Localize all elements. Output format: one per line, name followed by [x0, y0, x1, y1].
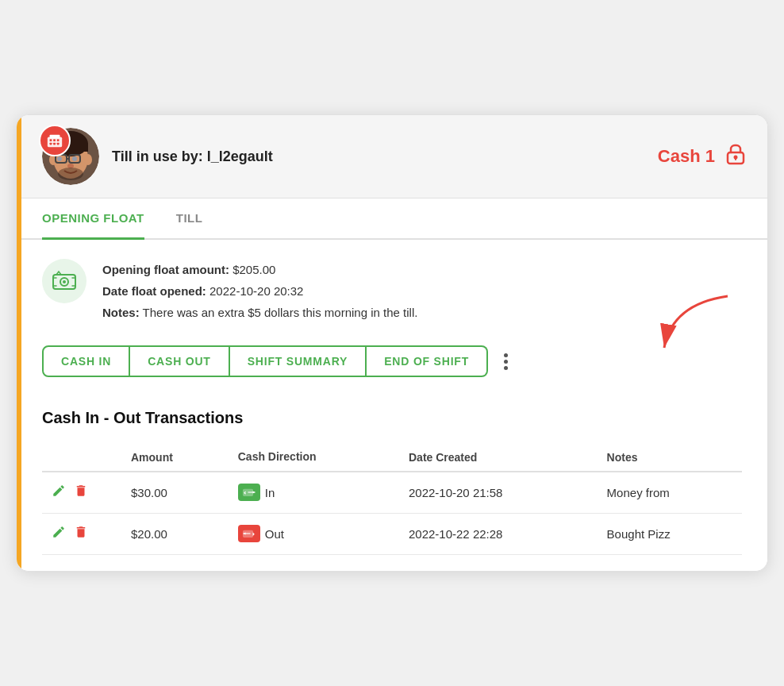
cash-icon — [52, 268, 77, 294]
svg-point-5 — [84, 154, 92, 165]
col-date-header: Date Created — [399, 443, 598, 471]
col-amount-header: Amount — [121, 443, 229, 471]
row1-action-buttons — [52, 484, 112, 502]
row1-direction: In — [229, 472, 399, 514]
row2-amount: $20.00 — [121, 513, 229, 554]
opening-float-label: Opening float amount: — [102, 263, 229, 276]
opening-float-line: Opening float amount: $205.00 — [102, 259, 742, 280]
tab-opening-float[interactable]: OPENING FLOAT — [42, 198, 144, 240]
cash-out-button[interactable]: CASH OUT — [130, 345, 230, 377]
row1-date: 2022-10-20 21:58 — [399, 472, 598, 514]
svg-rect-13 — [48, 137, 62, 148]
end-of-shift-button[interactable]: END OF SHIFT — [367, 345, 488, 377]
date-value: 2022-10-20 20:32 — [209, 284, 303, 298]
notes-value: There was an extra $5 dollars this morni… — [143, 306, 418, 319]
svg-rect-15 — [50, 140, 52, 142]
main-card: Till in use by: l_l2egault Cash 1 OPENIN… — [16, 114, 768, 571]
avatar-wrapper — [42, 128, 99, 185]
svg-rect-23 — [735, 157, 736, 160]
float-info-section: Opening float amount: $205.00 Date float… — [17, 240, 767, 336]
more-dot-2 — [504, 360, 508, 364]
col-actions-header — [42, 443, 121, 471]
lock-icon[interactable] — [723, 141, 748, 172]
row1-amount: $30.00 — [121, 472, 229, 514]
till-user-label: Till in use by: l_l2egault — [112, 148, 273, 165]
notes-line: Notes: There was an extra $5 dollars thi… — [102, 302, 742, 323]
transactions-section: Cash In - Out Transactions Amount Cash D… — [17, 393, 767, 570]
cash-register-label: Cash 1 — [658, 146, 715, 167]
opening-float-value: $205.00 — [233, 263, 275, 276]
row2-delete-button[interactable] — [74, 525, 88, 543]
table-row: $20.00 Out — [42, 513, 742, 554]
tabs-bar: OPENING FLOAT TILL — [17, 198, 767, 240]
header-right: Cash 1 — [658, 141, 748, 172]
svg-point-12 — [58, 168, 83, 180]
row1-direction-badge: In — [238, 484, 275, 501]
action-bar: CASH IN CASH OUT SHIFT SUMMARY END OF SH… — [17, 336, 767, 393]
header-left: Till in use by: l_l2egault — [42, 128, 273, 185]
row2-direction-icon — [238, 525, 260, 542]
svg-rect-17 — [57, 140, 60, 142]
row1-delete-button[interactable] — [74, 484, 88, 502]
float-details: Opening float amount: $205.00 Date float… — [102, 259, 742, 323]
col-notes-header: Notes — [598, 443, 742, 471]
svg-rect-19 — [53, 143, 56, 145]
svg-rect-14 — [50, 135, 60, 139]
float-icon-circle — [42, 259, 86, 303]
table-header-row: Amount Cash Direction Date Created Notes — [42, 443, 742, 471]
transactions-body: $30.00 In — [42, 472, 742, 555]
cash-direction-label: Cash Direction — [238, 449, 317, 464]
row2-date: 2022-10-22 22:28 — [399, 513, 598, 554]
svg-point-10 — [72, 156, 77, 161]
row1-actions — [42, 472, 121, 514]
row2-direction-badge: Out — [238, 525, 284, 542]
col-direction-header: Cash Direction — [229, 443, 399, 471]
tab-till[interactable]: TILL — [176, 198, 203, 240]
date-line: Date float opened: 2022-10-20 20:32 — [102, 280, 742, 302]
row2-actions — [42, 513, 121, 554]
row1-edit-button[interactable] — [52, 484, 66, 502]
header: Till in use by: l_l2egault Cash 1 — [17, 115, 767, 198]
svg-rect-16 — [53, 140, 56, 142]
row2-action-buttons — [52, 525, 112, 543]
svg-rect-20 — [57, 143, 60, 145]
row2-direction-text: Out — [265, 527, 284, 541]
more-dot-1 — [504, 353, 508, 357]
cash-in-button[interactable]: CASH IN — [42, 345, 130, 377]
table-row: $30.00 In — [42, 472, 742, 514]
notes-label: Notes: — [102, 306, 140, 319]
svg-point-26 — [63, 280, 66, 283]
row1-notes: Money from — [598, 472, 742, 514]
row2-direction: Out — [229, 513, 399, 554]
row2-edit-button[interactable] — [52, 525, 66, 543]
more-dot-3 — [504, 366, 508, 370]
more-options-button[interactable] — [494, 353, 517, 370]
svg-point-9 — [57, 156, 62, 161]
date-label: Date float opened: — [102, 284, 206, 298]
shift-summary-button[interactable]: SHIFT SUMMARY — [230, 345, 367, 377]
row1-direction-text: In — [265, 486, 275, 499]
transactions-title: Cash In - Out Transactions — [42, 409, 742, 427]
transactions-table: Amount Cash Direction Date Created Notes — [42, 443, 742, 554]
row1-direction-icon — [238, 484, 260, 501]
row2-notes: Bought Pizz — [598, 513, 742, 554]
svg-rect-18 — [50, 143, 52, 145]
